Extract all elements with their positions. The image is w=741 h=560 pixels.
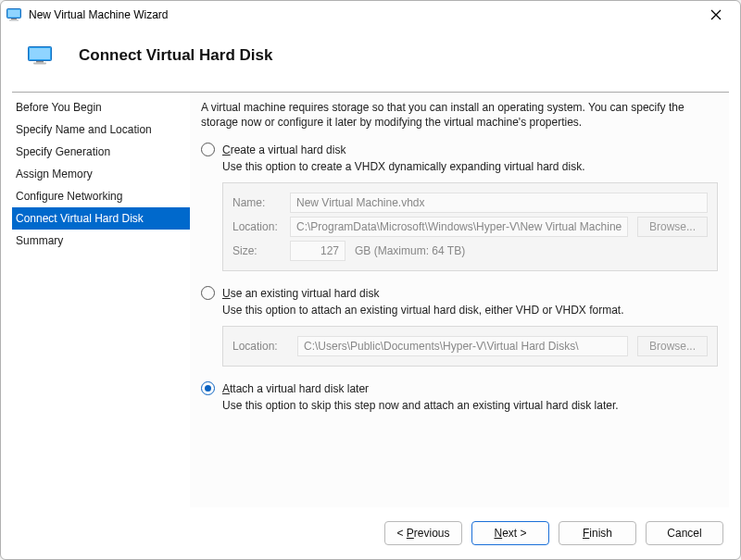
main-panel: A virtual machine requires storage so th… xyxy=(190,92,729,507)
sidebar: Before You Begin Specify Name and Locati… xyxy=(12,92,190,507)
sidebar-step-configure-networking[interactable]: Configure Networking xyxy=(12,185,190,207)
radio-create[interactable] xyxy=(201,143,215,156)
svg-rect-5 xyxy=(30,48,50,59)
option-create-radio-row[interactable]: Create a virtual hard disk xyxy=(201,143,718,156)
close-button[interactable] xyxy=(697,2,735,28)
sidebar-step-connect-vhd[interactable]: Connect Virtual Hard Disk xyxy=(12,207,190,230)
option-later-radio-row[interactable]: Attach a virtual hard disk later xyxy=(201,381,718,395)
size-unit-label: GB (Maximum: 64 TB) xyxy=(355,244,465,257)
existing-location-label: Location: xyxy=(232,340,288,353)
location-input xyxy=(290,217,628,237)
option-create: Create a virtual hard disk Use this opti… xyxy=(201,143,718,271)
browse-button-existing: Browse... xyxy=(637,336,708,356)
create-panel: Name: Location: Browse... Size: GB (Maxi… xyxy=(222,182,718,271)
svg-rect-6 xyxy=(36,61,44,63)
existing-location-input xyxy=(297,336,628,356)
app-icon xyxy=(6,7,21,22)
intro-text: A virtual machine requires storage so th… xyxy=(201,100,718,130)
size-input xyxy=(290,241,345,261)
svg-rect-2 xyxy=(11,19,17,19)
radio-existing[interactable] xyxy=(201,286,215,300)
option-existing: Use an existing virtual hard disk Use th… xyxy=(201,286,718,367)
option-later: Attach a virtual hard disk later Use thi… xyxy=(201,381,718,412)
option-later-label: Attach a virtual hard disk later xyxy=(222,382,369,395)
size-label: Size: xyxy=(232,244,281,257)
option-create-desc: Use this option to create a VHDX dynamic… xyxy=(222,160,718,173)
name-label: Name: xyxy=(232,196,281,209)
sidebar-step-specify-generation[interactable]: Specify Generation xyxy=(12,141,190,163)
finish-button[interactable]: Finish xyxy=(559,521,636,545)
wizard-header-icon xyxy=(27,45,53,66)
cancel-button[interactable]: Cancel xyxy=(646,521,723,545)
svg-rect-7 xyxy=(33,63,46,65)
option-create-label: Create a virtual hard disk xyxy=(222,143,345,156)
page-title: Connect Virtual Hard Disk xyxy=(79,46,272,65)
name-input xyxy=(290,193,708,213)
titlebar: New Virtual Machine Wizard xyxy=(1,1,740,29)
svg-rect-1 xyxy=(8,10,20,18)
existing-panel: Location: Browse... xyxy=(222,326,718,367)
svg-rect-3 xyxy=(9,19,19,20)
option-later-desc: Use this option to skip this step now an… xyxy=(222,399,718,412)
sidebar-step-summary[interactable]: Summary xyxy=(12,230,190,252)
sidebar-step-specify-name[interactable]: Specify Name and Location xyxy=(12,118,190,141)
location-label: Location: xyxy=(232,220,281,233)
sidebar-step-assign-memory[interactable]: Assign Memory xyxy=(12,163,190,185)
footer: < Previous Next > Finish Cancel xyxy=(1,507,740,559)
radio-later[interactable] xyxy=(201,381,215,395)
window-title: New Virtual Machine Wizard xyxy=(29,8,697,21)
wizard-window: New Virtual Machine Wizard Connect Virtu… xyxy=(0,0,741,560)
wizard-header: Connect Virtual Hard Disk xyxy=(1,29,740,92)
browse-button-create: Browse... xyxy=(637,217,708,237)
sidebar-step-before-you-begin[interactable]: Before You Begin xyxy=(12,96,190,118)
option-existing-label: Use an existing virtual hard disk xyxy=(222,287,379,300)
option-existing-desc: Use this option to attach an existing vi… xyxy=(222,304,718,317)
wizard-body: Before You Begin Specify Name and Locati… xyxy=(1,92,740,507)
option-existing-radio-row[interactable]: Use an existing virtual hard disk xyxy=(201,286,718,300)
previous-button[interactable]: < Previous xyxy=(384,521,462,545)
next-button[interactable]: Next > xyxy=(471,521,549,545)
